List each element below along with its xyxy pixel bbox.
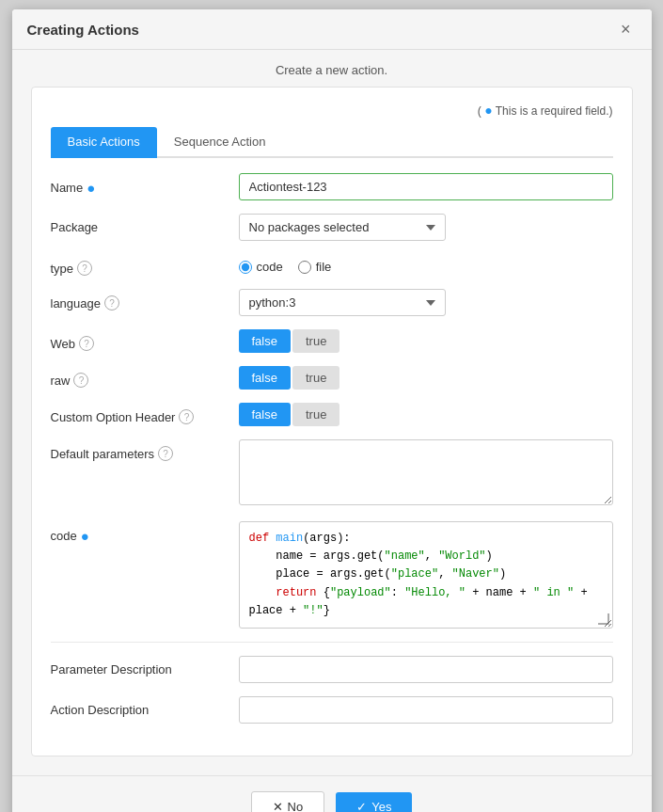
raw-toggle-group: false true <box>239 366 613 390</box>
action-desc-label: Action Description <box>51 696 239 717</box>
tab-basic-actions[interactable]: Basic Actions <box>51 127 157 158</box>
web-false-button[interactable]: false <box>239 329 291 353</box>
custom-option-true-button[interactable]: true <box>292 403 339 426</box>
raw-label: raw ? <box>51 366 239 388</box>
action-desc-input[interactable] <box>239 696 613 724</box>
type-control-area: code file <box>239 254 613 274</box>
no-label: No <box>288 800 304 812</box>
param-desc-control-area <box>239 656 613 683</box>
required-note-text: ( ● ( ● This is a required field.)This i… <box>478 104 613 118</box>
raw-false-button[interactable]: false <box>239 366 291 390</box>
param-desc-row: Parameter Description <box>51 656 613 683</box>
subtitle-text: Create a new action. <box>276 63 387 77</box>
package-label: Package <box>51 214 239 234</box>
type-code-option[interactable]: code <box>239 260 283 274</box>
type-help-icon[interactable]: ? <box>77 261 92 276</box>
custom-option-help-icon[interactable]: ? <box>179 409 194 424</box>
param-desc-input[interactable] <box>239 656 613 683</box>
default-params-help-icon[interactable]: ? <box>158 446 173 461</box>
modal-title: Creating Actions <box>27 22 139 38</box>
language-label: language ? <box>51 289 239 310</box>
default-params-control-area <box>239 439 613 508</box>
package-control-area: No packages selected <box>239 214 613 241</box>
web-toggle-group: false true <box>239 329 613 353</box>
code-control-area: def main(args): name = args.get("name", … <box>239 521 613 629</box>
code-required-indicator: ● <box>81 528 89 544</box>
yes-button[interactable]: ✓ Yes <box>336 792 412 812</box>
raw-control-area: false true <box>239 366 613 390</box>
tab-bar: Basic Actions Sequence Action <box>51 127 613 158</box>
name-control-area <box>239 173 613 200</box>
code-label: code ● <box>51 521 239 544</box>
tab-sequence-action[interactable]: Sequence Action <box>157 127 283 158</box>
no-button[interactable]: ✕ No <box>251 791 325 812</box>
language-row: language ? python:3 nodejs:14 java go <box>51 289 613 316</box>
modal: Creating Actions × Create a new action. … <box>12 9 652 812</box>
type-file-option[interactable]: file <box>298 260 332 274</box>
modal-body: ( ● ( ● This is a required field.)This i… <box>12 87 652 775</box>
form-card: ( ● ( ● This is a required field.)This i… <box>31 87 633 756</box>
default-params-label: Default parameters ? <box>51 439 239 461</box>
web-row: Web ? false true <box>51 329 613 353</box>
code-editor[interactable]: def main(args): name = args.get("name", … <box>239 521 613 629</box>
action-desc-control-area <box>239 696 613 724</box>
raw-true-button[interactable]: true <box>292 366 339 390</box>
name-input[interactable] <box>239 173 613 200</box>
type-code-radio[interactable] <box>239 261 252 274</box>
param-desc-label: Parameter Description <box>51 656 239 677</box>
language-help-icon[interactable]: ? <box>104 295 119 310</box>
modal-header: Creating Actions × <box>12 9 652 50</box>
no-icon: ✕ <box>273 800 283 812</box>
modal-subtitle: Create a new action. <box>12 50 652 87</box>
required-note: ( ● ( ● This is a required field.)This i… <box>51 103 613 118</box>
name-required-indicator: ● <box>87 180 95 196</box>
action-desc-row: Action Description <box>51 696 613 724</box>
close-button[interactable]: × <box>615 19 637 40</box>
language-control-area: python:3 nodejs:14 java go <box>239 289 613 316</box>
custom-option-row: Custom Option Header ? false true <box>51 403 613 426</box>
custom-option-control-area: false true <box>239 403 613 426</box>
package-select[interactable]: No packages selected <box>239 214 446 241</box>
custom-option-toggle-group: false true <box>239 403 613 426</box>
default-params-textarea[interactable] <box>239 439 613 505</box>
raw-help-icon[interactable]: ? <box>73 373 88 388</box>
custom-option-label: Custom Option Header ? <box>51 403 239 424</box>
modal-overlay: Creating Actions × Create a new action. … <box>0 0 663 812</box>
name-row: Name ● <box>51 173 613 200</box>
type-file-radio[interactable] <box>298 261 311 274</box>
type-label: type ? <box>51 254 239 276</box>
web-true-button[interactable]: true <box>292 329 339 353</box>
yes-icon: ✓ <box>356 800 367 812</box>
default-params-row: Default parameters ? <box>51 439 613 508</box>
package-row: Package No packages selected <box>51 214 613 241</box>
language-select[interactable]: python:3 nodejs:14 java go <box>239 289 446 316</box>
type-radio-group: code file <box>239 254 613 274</box>
yes-label: Yes <box>371 800 391 812</box>
form-divider <box>51 642 613 643</box>
raw-row: raw ? false true <box>51 366 613 390</box>
web-help-icon[interactable]: ? <box>79 336 94 351</box>
custom-option-false-button[interactable]: false <box>239 403 291 426</box>
code-row: code ● def main(args): name = args.get("… <box>51 521 613 629</box>
name-label: Name ● <box>51 173 239 196</box>
web-label: Web ? <box>51 329 239 351</box>
web-control-area: false true <box>239 329 613 353</box>
modal-footer: ✕ No ✓ Yes <box>12 775 652 812</box>
type-row: type ? code file <box>51 254 613 276</box>
